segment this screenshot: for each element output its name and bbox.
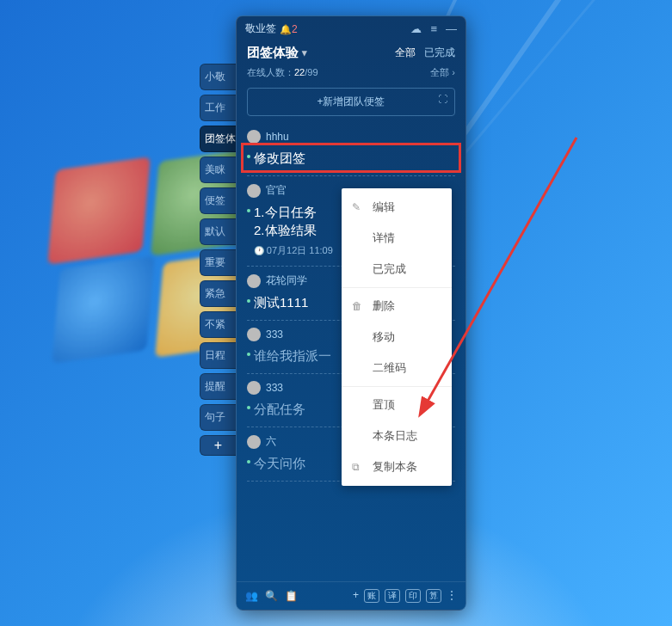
ctx-编辑[interactable]: ✎编辑: [342, 192, 452, 223]
footer-btn[interactable]: 译: [385, 589, 400, 603]
ctx-icon: ⧉: [352, 461, 367, 473]
ctx-icon: ✎: [352, 201, 367, 213]
avatar: [247, 184, 261, 198]
avatar: [247, 381, 261, 395]
avatar: [247, 130, 261, 144]
minimize-icon[interactable]: —: [446, 22, 457, 35]
note-item[interactable]: 修改团签: [247, 144, 455, 176]
avatar: [247, 435, 261, 449]
side-tab-7[interactable]: 紧急: [200, 280, 236, 307]
footer-btn[interactable]: 算: [426, 589, 441, 603]
menu-icon[interactable]: ≡: [430, 22, 437, 35]
avatar: [247, 328, 261, 341]
ctx-置顶[interactable]: 置顶: [342, 390, 452, 420]
footer-right: +账译印算⋮: [353, 589, 457, 603]
chevron-down-icon[interactable]: ▾: [302, 47, 307, 58]
side-tab-4[interactable]: 便签: [200, 187, 236, 214]
title-bar: 敬业签 2 ☁ ≡ —: [237, 16, 465, 41]
filter-all[interactable]: 全部: [395, 46, 416, 60]
footer-btn[interactable]: 账: [364, 589, 379, 603]
ctx-已完成[interactable]: 已完成: [342, 254, 452, 285]
notification-badge[interactable]: 2: [280, 23, 298, 35]
ctx-icon: 🗑: [352, 300, 367, 312]
footer-icon[interactable]: 📋: [285, 590, 298, 602]
side-tab-8[interactable]: 不紧: [200, 311, 236, 338]
side-tab-1[interactable]: 工作: [200, 95, 236, 121]
side-tab-3[interactable]: 美睐: [200, 156, 236, 183]
sub-header: 团签体验 ▾ 全部 已完成 在线人数：22/99 全部 ›: [237, 41, 465, 79]
footer-btn[interactable]: 印: [405, 589, 421, 603]
side-tab-9[interactable]: 日程: [200, 342, 236, 369]
team-name: 团签体验: [247, 45, 299, 61]
footer-icon[interactable]: 🔍: [265, 590, 278, 602]
ctx-删除[interactable]: 🗑删除: [342, 291, 452, 322]
filter-done[interactable]: 已完成: [424, 46, 455, 60]
avatar: [247, 274, 261, 288]
ctx-详情[interactable]: 详情: [342, 223, 452, 254]
footer-icon[interactable]: 👥: [245, 590, 258, 602]
add-note-button[interactable]: +新增团队便签 ⛶: [247, 88, 455, 116]
filter-tabs: 全部 已完成: [395, 46, 455, 60]
note-content: 修改团签: [247, 149, 455, 167]
ctx-本条日志[interactable]: 本条日志: [342, 420, 452, 451]
side-tab-0[interactable]: 小敬: [200, 64, 236, 90]
ctx-复制本条[interactable]: ⧉复制本条: [342, 451, 452, 482]
scope-selector[interactable]: 全部 ›: [430, 66, 455, 79]
footer-btn[interactable]: +: [353, 589, 359, 603]
ctx-二维码[interactable]: 二维码: [342, 353, 452, 384]
expand-icon[interactable]: ⛶: [438, 94, 447, 104]
side-tab-10[interactable]: 提醒: [200, 373, 236, 400]
ctx-移动[interactable]: 移动: [342, 322, 452, 353]
app-name: 敬业签: [245, 21, 276, 36]
online-count: 在线人数：22/99: [247, 66, 318, 79]
note-user: hhhu: [247, 130, 455, 144]
side-tabs: 小敬工作团签体验美睐便签默认重要紧急不紧日程提醒句子+: [200, 64, 236, 460]
side-tab-6[interactable]: 重要: [200, 249, 236, 276]
side-tab-add[interactable]: +: [200, 435, 236, 456]
sync-icon[interactable]: ☁: [410, 22, 422, 35]
side-tab-2[interactable]: 团签体验: [200, 126, 236, 152]
footer-bar: 👥🔍📋 +账译印算⋮: [237, 581, 465, 610]
side-tab-5[interactable]: 默认: [200, 218, 236, 245]
footer-left: 👥🔍📋: [245, 590, 305, 602]
context-menu: ✎编辑详情已完成🗑删除移动二维码置顶本条日志⧉复制本条: [342, 188, 452, 486]
side-tab-11[interactable]: 句子: [200, 404, 236, 431]
footer-btn[interactable]: ⋮: [447, 589, 457, 603]
